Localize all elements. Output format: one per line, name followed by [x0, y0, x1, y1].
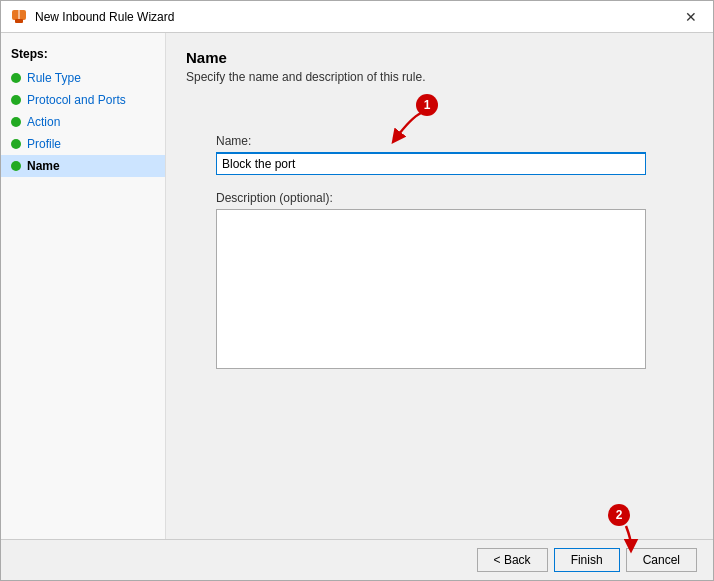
sidebar-item-action[interactable]: Action [1, 111, 165, 133]
sidebar-label-action: Action [27, 115, 60, 129]
sidebar-label-name: Name [27, 159, 60, 173]
sidebar-item-protocol-ports[interactable]: Protocol and Ports [1, 89, 165, 111]
svg-rect-1 [15, 19, 23, 23]
arrow-1 [376, 108, 436, 148]
name-field-group: Name: [216, 134, 663, 175]
main-content: Name Specify the name and description of… [166, 33, 713, 539]
title-bar-left: New Inbound Rule Wizard [11, 9, 174, 25]
step-dot-rule-type [11, 73, 21, 83]
sidebar-item-name[interactable]: Name [1, 155, 165, 177]
step-dot-profile [11, 139, 21, 149]
window-title: New Inbound Rule Wizard [35, 10, 174, 24]
description-label: Description (optional): [216, 191, 663, 205]
sidebar-label-profile: Profile [27, 137, 61, 151]
step-dot-protocol-ports [11, 95, 21, 105]
step-dot-action [11, 117, 21, 127]
sidebar-item-profile[interactable]: Profile [1, 133, 165, 155]
step-dot-name [11, 161, 21, 171]
name-input[interactable] [216, 152, 646, 175]
close-button[interactable]: ✕ [679, 7, 703, 27]
sidebar-item-rule-type[interactable]: Rule Type [1, 67, 165, 89]
title-bar: New Inbound Rule Wizard ✕ [1, 1, 713, 33]
button-bar: 2 < Back Finish Cancel [1, 539, 713, 580]
description-field-group: Description (optional): [216, 191, 663, 369]
form-area: 1 Name: Desc [186, 104, 693, 523]
sidebar-label-protocol-ports: Protocol and Ports [27, 93, 126, 107]
description-input[interactable] [216, 209, 646, 369]
sidebar-header: Steps: [1, 43, 165, 67]
finish-button[interactable]: Finish [554, 548, 620, 572]
back-button[interactable]: < Back [477, 548, 548, 572]
annotation-badge-2: 2 [608, 504, 630, 526]
wizard-window: New Inbound Rule Wizard ✕ Steps: Rule Ty… [0, 0, 714, 581]
content-area: Steps: Rule Type Protocol and Ports Acti… [1, 33, 713, 539]
page-subtitle: Specify the name and description of this… [186, 70, 693, 84]
sidebar: Steps: Rule Type Protocol and Ports Acti… [1, 33, 166, 539]
page-title: Name [186, 49, 693, 66]
app-icon [11, 9, 27, 25]
arrow-2 [616, 524, 646, 554]
sidebar-label-rule-type: Rule Type [27, 71, 81, 85]
name-label: Name: [216, 134, 663, 148]
